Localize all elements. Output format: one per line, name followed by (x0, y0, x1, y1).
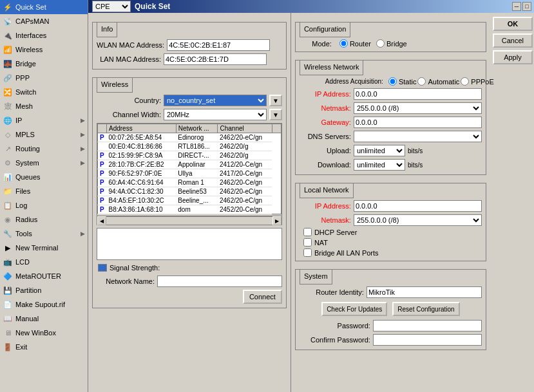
sidebar-item-system[interactable]: ⚙ System ▶ (0, 156, 88, 170)
sidebar-item-bridge[interactable]: 🌉 Bridge (0, 57, 88, 71)
sidebar-item-files[interactable]: 📁 Files (0, 184, 88, 198)
table-row[interactable]: P 02:15:99:9F:C8:9A DIRECT-... 2462/20/g (98, 151, 281, 160)
table-row[interactable]: P 00:07:26:5E:A8:54 Edinorog 2462/20-eC/… (98, 133, 281, 142)
wn-upload-label: Upload: (300, 147, 351, 154)
scroll-right-btn[interactable]: ▶ (272, 216, 281, 225)
sidebar-item-ppp[interactable]: 🔗 PPP (0, 71, 88, 85)
wn-ip-input[interactable] (354, 88, 482, 100)
dhcp-row: DHCP Server (303, 228, 482, 236)
connect-button[interactable]: Connect (243, 290, 282, 304)
sidebar-item-partition[interactable]: 💾 Partition (0, 283, 88, 297)
ln-ip-input[interactable] (354, 200, 482, 212)
scroll-left-btn[interactable]: ◀ (97, 216, 106, 225)
apply-button[interactable]: Apply (493, 50, 533, 64)
wifi-table-scroll[interactable]: Address Network ... Channel P 00:07:26:5… (97, 124, 281, 216)
row-network: Beeline53 (176, 187, 218, 196)
sidebar-item-ip[interactable]: 🌐 IP ▶ (0, 113, 88, 127)
password-input[interactable] (373, 320, 482, 331)
download-select[interactable]: unlimited (354, 159, 405, 171)
nat-checkbox[interactable] (303, 238, 312, 247)
minimize-button[interactable]: ─ (512, 2, 521, 11)
mode-label: Mode: (300, 40, 332, 48)
acq-automatic-option[interactable]: Automatic (417, 77, 459, 86)
sidebar-item-make-supout[interactable]: 📄 Make Supout.rif (0, 297, 88, 312)
lan-mac-label: LAN MAC Address: (97, 55, 161, 63)
table-row[interactable]: P 94:4A:0C:C1:82:30 Beeline53 2462/20-eC… (98, 187, 281, 196)
interfaces-icon: 🔌 (3, 30, 13, 41)
wn-dns-select[interactable] (354, 131, 482, 142)
reset-config-button[interactable]: Reset Configuration (392, 302, 459, 316)
system-group-label: System (300, 269, 332, 285)
sidebar-item-new-terminal[interactable]: ▶ New Terminal (0, 241, 88, 255)
ok-button[interactable]: OK (493, 17, 533, 31)
cancel-button[interactable]: Cancel (493, 33, 533, 48)
mode-bridge-option[interactable]: Bridge (376, 39, 407, 48)
channel-width-dropdown-btn[interactable]: ▼ (269, 109, 282, 120)
profile-dropdown[interactable]: CPE (92, 1, 131, 12)
wn-netmask-select[interactable]: 255.0.0.0 (/8) (354, 102, 482, 114)
wn-netmask-label: Netmask: (300, 104, 351, 112)
sidebar-item-mesh[interactable]: 🕸 Mesh (0, 99, 88, 113)
row-network: Ullya (176, 169, 218, 178)
sidebar-item-interfaces[interactable]: 🔌 Interfaces (0, 28, 88, 42)
lan-mac-row: LAN MAC Address: (97, 53, 282, 65)
row-network: DIRECT-... (176, 151, 218, 160)
sidebar-item-lcd[interactable]: 📺 LCD (0, 255, 88, 269)
ln-netmask-select[interactable]: 255.0.0.0 (/8) (354, 214, 482, 226)
sidebar-item-quick-set[interactable]: ⚡ Quick Set (0, 0, 88, 14)
table-row[interactable]: P 60:A4:4C:C6:91:64 Roman 1 2462/20-Ce/g… (98, 178, 281, 187)
country-dropdown-btn[interactable]: ▼ (269, 95, 282, 106)
sidebar-item-routing[interactable]: ↗ Routing ▶ (0, 142, 88, 156)
sidebar-item-mpls[interactable]: ◇ MPLS ▶ (0, 127, 88, 142)
mode-bridge-radio[interactable] (376, 39, 385, 48)
sidebar-item-exit[interactable]: 🚪 Exit (0, 340, 88, 354)
row-channel: 2462/20-eC/gn (218, 133, 272, 142)
sidebar-item-capsman[interactable]: 📡 CAPsMAN (0, 14, 88, 28)
mode-router-radio[interactable] (339, 39, 348, 48)
wlan-mac-input[interactable] (167, 39, 270, 51)
sidebar-item-queues[interactable]: 📊 Queues (0, 170, 88, 184)
sidebar-item-log[interactable]: 📋 Log (0, 198, 88, 212)
row-channel: 2417/20-Ce/gn (218, 169, 272, 178)
table-row[interactable]: P 90:F6:52:97:0F:0E Ullya 2417/20-Ce/gn (98, 169, 281, 178)
acq-pppoe-radio[interactable] (461, 77, 469, 86)
upload-select[interactable]: unlimited (354, 145, 405, 156)
confirm-password-input[interactable] (373, 334, 482, 346)
sidebar-item-metarouter[interactable]: 🔷 MetaROUTER (0, 269, 88, 283)
acq-static-option[interactable]: Static (388, 77, 417, 86)
sidebar-item-switch[interactable]: 🔀 Switch (0, 85, 88, 99)
table-row[interactable]: P 28:10:7B:CF:2E:B2 Appolinar 2412/20-Ce… (98, 160, 281, 169)
table-row[interactable]: 00:E0:4C:81:86:86 RTL8186... 2462/20/g (98, 142, 281, 151)
acq-static-radio[interactable] (388, 77, 397, 86)
sidebar-item-tools[interactable]: 🔧 Tools ▶ (0, 227, 88, 241)
row-address: 00:E0:4C:81:86:86 (107, 142, 176, 151)
sidebar-label-quick-set: Quick Set (15, 3, 85, 11)
maximize-button[interactable]: □ (522, 2, 531, 11)
h-scrollbar[interactable]: ◀ ▶ (97, 216, 282, 225)
new-terminal-icon: ▶ (3, 243, 13, 253)
table-row[interactable]: P B4:A5:EF:10:30:2C Beeline_... 2462/20-… (98, 196, 281, 205)
mode-router-option[interactable]: Router (339, 39, 371, 48)
sidebar-item-wireless[interactable]: 📶 Wireless (0, 42, 88, 57)
network-name-input[interactable] (157, 275, 282, 287)
country-select[interactable]: no_country_set (164, 95, 267, 106)
acq-pppoe-option[interactable]: PPPoE (461, 77, 493, 86)
sidebar-item-new-winbox[interactable]: 🖥 New WinBox (0, 326, 88, 340)
dhcp-checkbox[interactable] (303, 228, 312, 236)
lan-mac-input[interactable] (164, 53, 267, 65)
system-arrow-icon: ▶ (81, 160, 85, 166)
bridge-lan-checkbox[interactable] (303, 248, 312, 257)
metarouter-icon: 🔷 (3, 271, 13, 281)
confirm-password-row: Confirm Password: (300, 334, 482, 346)
nat-label: NAT (314, 239, 328, 247)
ppp-icon: 🔗 (3, 73, 13, 83)
acq-automatic-radio[interactable] (417, 77, 426, 86)
table-row[interactable]: P B8:A3:86:1A:68:10 dom 2452/20-Ce/gn (98, 205, 281, 214)
channel-width-select[interactable]: 20MHz (164, 109, 267, 120)
wn-gateway-input[interactable] (354, 117, 482, 128)
check-updates-button[interactable]: Check For Updates (321, 302, 387, 316)
sidebar-item-radius[interactable]: ◉ Radius (0, 212, 88, 227)
wifi-table-header: Address Network ... Channel (98, 124, 281, 133)
router-identity-input[interactable] (367, 286, 482, 298)
sidebar-item-manual[interactable]: 📖 Manual (0, 312, 88, 326)
